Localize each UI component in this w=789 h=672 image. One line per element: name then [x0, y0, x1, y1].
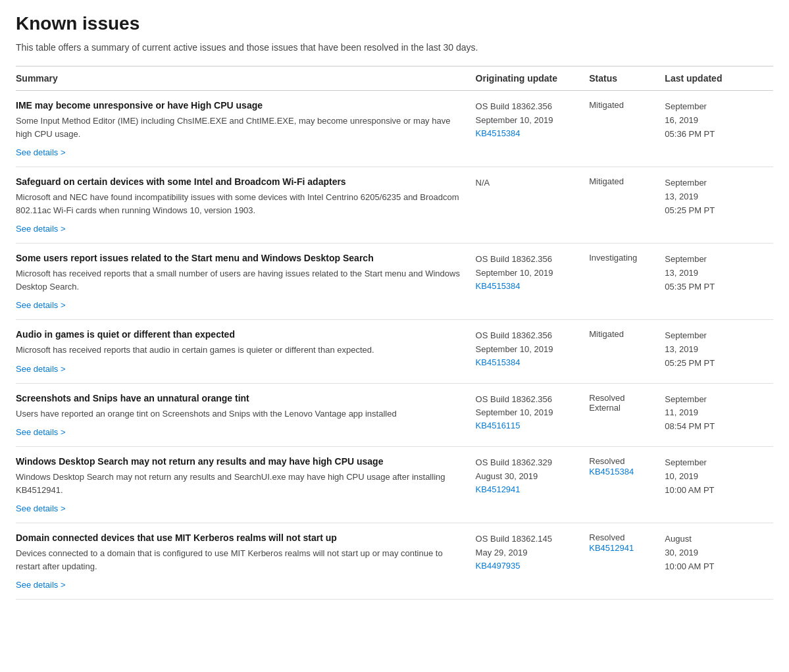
status-text: Mitigated	[589, 176, 654, 186]
last-updated-day-year: 13, 2019	[665, 190, 768, 204]
os-build: OS Build 18362.145	[476, 532, 579, 546]
issue-title: Safeguard on certain devices with some I…	[16, 176, 465, 187]
col-header-summary: Summary	[16, 66, 471, 91]
kb-link[interactable]: KB4516115	[476, 421, 521, 430]
last-updated-day-year: 13, 2019	[665, 267, 768, 280]
issues-table: Summary Originating update Status Last u…	[16, 66, 773, 600]
see-details-link[interactable]: See details >	[16, 580, 66, 590]
originating-date: September 10, 2019	[476, 406, 579, 420]
os-build: N/A	[476, 176, 579, 190]
os-build: OS Build 18362.356	[476, 100, 579, 114]
table-row: Safeguard on certain devices with some I…	[16, 167, 773, 244]
status-text: Resolved	[589, 393, 654, 403]
issue-description: Devices connected to a domain that is co…	[16, 547, 465, 573]
table-header-row: Summary Originating update Status Last u…	[16, 66, 773, 91]
kb-link[interactable]: KB4515384	[476, 357, 521, 367]
kb-link[interactable]: KB4497935	[476, 561, 521, 571]
issue-title: Windows Desktop Search may not return an…	[16, 456, 465, 467]
table-row: IME may become unresponsive or have High…	[16, 91, 773, 167]
page-subtitle: This table offers a summary of current a…	[16, 42, 773, 53]
status-text: Resolved	[589, 456, 654, 466]
originating-date: September 10, 2019	[476, 343, 579, 357]
last-updated-month: September	[665, 393, 768, 407]
issue-description: Users have reported an orange tint on Sc…	[16, 407, 465, 421]
kb-link[interactable]: KB4515384	[476, 281, 521, 291]
see-details-link[interactable]: See details >	[16, 300, 66, 310]
issue-title: Audio in games is quiet or different tha…	[16, 329, 465, 340]
last-updated-time: 05:25 PM PT	[665, 204, 768, 218]
issue-description: Windows Desktop Search may not return an…	[16, 471, 465, 496]
last-updated-time: 05:36 PM PT	[665, 128, 768, 142]
kb-link[interactable]: KB4512941	[476, 484, 521, 494]
last-updated-day-year: 13, 2019	[665, 343, 768, 357]
status-external: External	[589, 403, 654, 413]
status-kb-link[interactable]: KB4512941	[589, 543, 634, 553]
issue-title: IME may become unresponsive or have High…	[16, 100, 465, 111]
issue-title: Domain connected devices that use MIT Ke…	[16, 532, 465, 543]
see-details-link[interactable]: See details >	[16, 504, 66, 513]
last-updated-month: September	[665, 176, 768, 190]
last-updated-time: 10:00 AM PT	[665, 484, 768, 498]
col-header-last-updated: Last updated	[659, 66, 773, 91]
originating-date: September 10, 2019	[476, 114, 579, 128]
last-updated-month: August	[665, 532, 768, 546]
last-updated-time: 05:25 PM PT	[665, 357, 768, 371]
last-updated-time: 05:35 PM PT	[665, 280, 768, 294]
originating-date: May 29, 2019	[476, 546, 579, 560]
os-build: OS Build 18362.356	[476, 393, 579, 407]
table-row: Windows Desktop Search may not return an…	[16, 447, 773, 523]
see-details-link[interactable]: See details >	[16, 147, 66, 157]
last-updated-day-year: 30, 2019	[665, 546, 768, 560]
table-row: Screenshots and Snips have an unnatural …	[16, 383, 773, 447]
col-header-status: Status	[584, 66, 659, 91]
last-updated-day-year: 11, 2019	[665, 406, 768, 420]
last-updated-day-year: 10, 2019	[665, 470, 768, 484]
last-updated-time: 10:00 AM PT	[665, 560, 768, 574]
os-build: OS Build 18362.356	[476, 253, 579, 267]
table-row: Audio in games is quiet or different tha…	[16, 320, 773, 384]
last-updated-month: September	[665, 253, 768, 267]
table-row: Some users report issues related to the …	[16, 244, 773, 320]
see-details-link[interactable]: See details >	[16, 364, 66, 374]
last-updated-month: September	[665, 329, 768, 343]
kb-link[interactable]: KB4515384	[476, 128, 521, 138]
status-text: Resolved	[589, 532, 654, 542]
originating-date: August 30, 2019	[476, 470, 579, 484]
status-kb-link[interactable]: KB4515384	[589, 467, 634, 477]
issue-description: Microsoft has received reports that a sm…	[16, 267, 465, 293]
issue-description: Some Input Method Editor (IME) including…	[16, 115, 465, 140]
col-header-originating: Originating update	[471, 66, 584, 91]
status-text: Mitigated	[589, 329, 654, 339]
last-updated-day-year: 16, 2019	[665, 114, 768, 128]
os-build: OS Build 18362.356	[476, 329, 579, 343]
os-build: OS Build 18362.329	[476, 456, 579, 470]
status-text: Mitigated	[589, 100, 654, 110]
table-row: Domain connected devices that use MIT Ke…	[16, 523, 773, 600]
last-updated-time: 08:54 PM PT	[665, 420, 768, 434]
see-details-link[interactable]: See details >	[16, 427, 66, 437]
issue-title: Some users report issues related to the …	[16, 253, 465, 263]
originating-date: September 10, 2019	[476, 267, 579, 280]
see-details-link[interactable]: See details >	[16, 224, 66, 234]
page-title: Known issues	[16, 13, 773, 34]
last-updated-month: September	[665, 100, 768, 114]
last-updated-month: September	[665, 456, 768, 470]
issue-title: Screenshots and Snips have an unnatural …	[16, 393, 465, 403]
issue-description: Microsoft has received reports that audi…	[16, 344, 465, 357]
issue-description: Microsoft and NEC have found incompatibi…	[16, 191, 465, 217]
status-text: Investigating	[589, 253, 654, 263]
